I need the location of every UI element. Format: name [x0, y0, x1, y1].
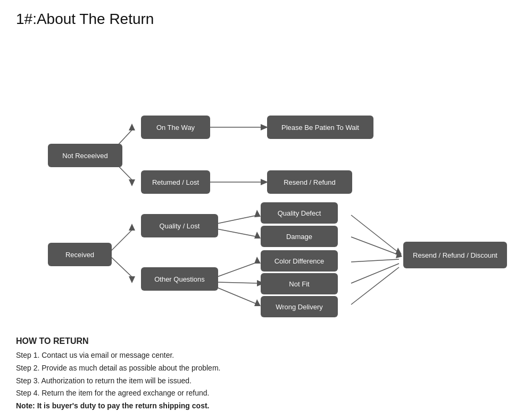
svg-marker-11 [129, 276, 135, 283]
not-received-box: Not Receeived [48, 144, 122, 167]
svg-marker-1 [129, 124, 135, 130]
svg-line-26 [351, 264, 399, 283]
svg-marker-28 [396, 250, 402, 258]
svg-marker-15 [254, 232, 261, 239]
how-to-return-section: HOW TO RETURN Step 1. Contact us via ema… [16, 336, 516, 411]
please-wait-box: Please Be Patien To Wait [267, 116, 373, 139]
diagram: Not Receeived On The Way Retumed / Lost … [16, 44, 527, 326]
svg-marker-21 [254, 299, 261, 306]
svg-line-25 [351, 259, 399, 262]
svg-line-18 [217, 282, 258, 283]
svg-marker-23 [395, 248, 402, 254]
received-box: Received [48, 243, 112, 266]
step3: Step 3. Authorization to return the item… [16, 375, 516, 388]
quality-defect-box: Quality Defect [261, 202, 338, 224]
svg-line-16 [217, 262, 258, 277]
svg-line-27 [351, 267, 399, 305]
step2: Step 2. Provide as much detail as possib… [16, 362, 516, 375]
other-questions-box: Other Questions [141, 267, 218, 291]
svg-marker-9 [129, 224, 135, 231]
returned-lost-box: Retumed / Lost [141, 170, 210, 194]
svg-line-14 [217, 229, 258, 237]
note: Note: It is buyer's duty to pay the retu… [16, 400, 516, 411]
svg-line-22 [351, 215, 399, 253]
how-to-return-heading: HOW TO RETURN [16, 336, 516, 346]
color-difference-box: Color Difference [261, 250, 338, 272]
svg-line-8 [111, 229, 133, 251]
svg-line-12 [217, 215, 258, 224]
not-fit-box: Not Fit [261, 273, 338, 294]
quality-lost-box: Quality / Lost [141, 214, 218, 237]
step1: Step 1. Contact us via email or message … [16, 349, 516, 362]
on-the-way-box: On The Way [141, 116, 210, 139]
svg-marker-17 [254, 257, 261, 264]
page-title: 1#:About The Return [16, 11, 516, 28]
svg-line-20 [217, 287, 258, 305]
damage-box: Damage [261, 226, 338, 247]
svg-line-10 [111, 257, 133, 278]
wrong-delivery-box: Wrong Delivery [261, 296, 338, 317]
resend-refund-discount-box: Resend / Refund / Discount [403, 242, 507, 268]
resend-refund-box: Resend / Refund [267, 170, 352, 194]
svg-marker-3 [129, 179, 135, 186]
step4: Step 4. Return the item for the agreed e… [16, 387, 516, 400]
svg-line-24 [351, 237, 399, 255]
svg-marker-13 [254, 210, 261, 217]
